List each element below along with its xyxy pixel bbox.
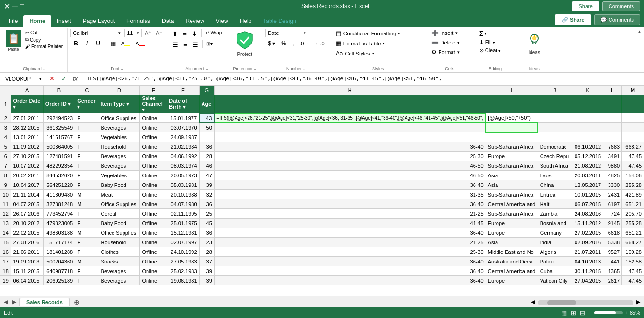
share-button[interactable]: Share (572, 1, 599, 11)
cell-row16-col7[interactable]: 25-30 (214, 247, 486, 257)
cell-row5-col4[interactable]: Online (140, 142, 167, 152)
tab-review[interactable]: Review (180, 15, 210, 27)
cell-row19-col6[interactable]: 39 (199, 276, 214, 285)
font-name-box[interactable]: Calibri▾ (70, 29, 123, 37)
cell-row8-col2[interactable]: F (75, 171, 99, 180)
cell-row10-col12[interactable]: 421.89 (622, 190, 644, 199)
cell-row14-col7[interactable]: 36-40 (214, 228, 486, 238)
cell-row10-col2[interactable]: M (75, 190, 99, 199)
cell-row9-col1[interactable]: 564251220 (43, 180, 75, 190)
cell-row5-col10[interactable]: 06.10.2012 (572, 142, 603, 152)
cell-row17-col11[interactable]: 441 (603, 257, 622, 266)
cell-row16-col1[interactable]: 181401288 (43, 247, 75, 257)
cell-row13-col2[interactable]: F (75, 219, 99, 228)
align-middle-button[interactable]: ≡ (181, 29, 189, 39)
cell-row11-col3[interactable]: Office Supplies (99, 199, 140, 209)
cell-row19-col0[interactable]: 06.04.2015 (11, 276, 43, 285)
cell-row13-col6[interactable]: 45 (199, 219, 214, 228)
cell-b1[interactable]: Order ID ▾ (43, 95, 75, 113)
cell-f1[interactable]: Date of Birth ▾ (167, 95, 199, 113)
cell-g1[interactable]: Age (199, 95, 214, 113)
sheet-tab-sales-records[interactable]: Sales Records (19, 298, 70, 306)
cell-row14-col9[interactable]: Germany (538, 228, 572, 238)
cell-row17-col12[interactable]: 152.58 (622, 257, 644, 266)
col-header-m[interactable]: M (622, 86, 644, 95)
cell-row6-col3[interactable]: Beverages (99, 152, 140, 161)
cell-row14-col3[interactable]: Office Supplies (99, 228, 140, 238)
col-header-e[interactable]: E (140, 86, 167, 95)
cell-row4-col0[interactable]: 13.01.2011 (11, 132, 43, 142)
cell-row14-col12[interactable]: 651.21 (622, 228, 644, 238)
cell-row10-col9[interactable]: Eritrea (538, 190, 572, 199)
cell-row8-col10[interactable]: 20.03.2011 (572, 171, 603, 180)
cell-row12-col8[interactable]: Sub-Saharan Africa (486, 209, 538, 219)
cell-row17-col4[interactable]: Offline (140, 257, 167, 266)
cell-k1[interactable] (572, 95, 603, 113)
tab-file[interactable]: File (3, 15, 23, 27)
cell-row6-col10[interactable]: 05.12.2015 (572, 152, 603, 161)
scroll-left-button[interactable]: ◀ (529, 298, 537, 306)
page-layout-view-button[interactable]: ⊞ (571, 309, 576, 317)
cell-row9-col6[interactable]: 39 (199, 180, 214, 190)
cell-row8-col4[interactable]: Online (140, 171, 167, 180)
cell-row14-col8[interactable]: Europe (486, 228, 538, 238)
cell-row2-col11[interactable] (603, 113, 622, 123)
cell-row4-col5[interactable]: 24.09.1987 (167, 132, 199, 142)
cell-row17-col7[interactable]: 36-40 (214, 257, 486, 266)
align-left-button[interactable]: ☰ (170, 40, 181, 50)
tab-view[interactable]: View (210, 15, 234, 27)
cell-row8-col6[interactable]: 47 (199, 171, 214, 180)
name-box[interactable]: VLOOKUP ▾ (2, 75, 45, 83)
tab-page-layout[interactable]: Page Layout (77, 15, 121, 27)
cell-row8-col8[interactable]: Asia (486, 171, 538, 180)
cell-row3-col10[interactable] (572, 123, 603, 132)
cell-row18-col5[interactable]: 25.02.1983 (167, 266, 199, 276)
cell-row11-col2[interactable]: M (75, 199, 99, 209)
cell-m1[interactable] (622, 95, 644, 113)
cell-row7-col9[interactable]: South Africa (538, 161, 572, 171)
copy-button[interactable]: ⧉ Copy (24, 36, 64, 43)
cell-row17-col10[interactable]: 04.10.2013 (572, 257, 603, 266)
tab-home[interactable]: Home (23, 15, 51, 27)
col-header-d[interactable]: D (99, 86, 140, 95)
cell-row9-col8[interactable]: Asia (486, 180, 538, 190)
cell-row19-col7[interactable]: 36-40 (214, 276, 486, 285)
cell-row16-col2[interactable]: F (75, 247, 99, 257)
formula-enter-button[interactable]: ✓ (59, 74, 69, 83)
cell-row12-col4[interactable]: Offline (140, 209, 167, 219)
cell-row9-col7[interactable]: 36-40 (214, 180, 486, 190)
cell-row15-col11[interactable]: 5338 (603, 238, 622, 247)
cell-row18-col11[interactable]: 1365 (603, 266, 622, 276)
cell-row2-col6[interactable]: 43 (199, 113, 214, 123)
cell-row14-col6[interactable]: 36 (199, 228, 214, 238)
cell-row13-col4[interactable]: Offline (140, 219, 167, 228)
cell-row9-col2[interactable]: F (75, 180, 99, 190)
cell-row2-col10[interactable] (572, 113, 603, 123)
cell-row16-col5[interactable]: 24.10.1992 (167, 247, 199, 257)
cell-row4-col3[interactable]: Vegetables (99, 132, 140, 142)
col-header-c[interactable]: C (75, 86, 99, 95)
cell-row6-col8[interactable]: Europe (486, 152, 538, 161)
tab-insert[interactable]: Insert (51, 15, 77, 27)
cell-row9-col12[interactable]: 255.28 (622, 180, 644, 190)
cell-row12-col5[interactable]: 02.11.1995 (167, 209, 199, 219)
cell-row9-col10[interactable]: 12.05.2017 (572, 180, 603, 190)
delete-cells-button[interactable]: ➖ Delete ▾ (429, 38, 471, 47)
prev-sheet-button[interactable]: ◀ (2, 298, 10, 306)
cell-row15-col1[interactable]: 151717174 (43, 238, 75, 247)
percent-button[interactable]: % (279, 39, 289, 48)
cell-row4-col2[interactable]: F (75, 132, 99, 142)
cell-row14-col4[interactable]: Online (140, 228, 167, 238)
cell-row16-col10[interactable]: 21.07.2011 (572, 247, 603, 257)
collapse-ribbon-button[interactable]: ▲ (637, 29, 642, 34)
cell-row5-col7[interactable]: 36-40 (214, 142, 486, 152)
cell-row5-col8[interactable]: Sub-Saharan Africa (486, 142, 538, 152)
increase-decimal-button[interactable]: .0→ (297, 39, 311, 48)
cell-row4-col7[interactable] (214, 132, 486, 142)
cell-row9-col11[interactable]: 3330 (603, 180, 622, 190)
cell-row7-col3[interactable]: Beverages (99, 161, 140, 171)
cell-row5-col0[interactable]: 11.09.2012 (11, 142, 43, 152)
cell-row10-col11[interactable]: 2431 (603, 190, 622, 199)
tab-table-design[interactable]: Table Design (257, 15, 302, 27)
format-painter-button[interactable]: 🖌 Format Painter (24, 44, 64, 50)
